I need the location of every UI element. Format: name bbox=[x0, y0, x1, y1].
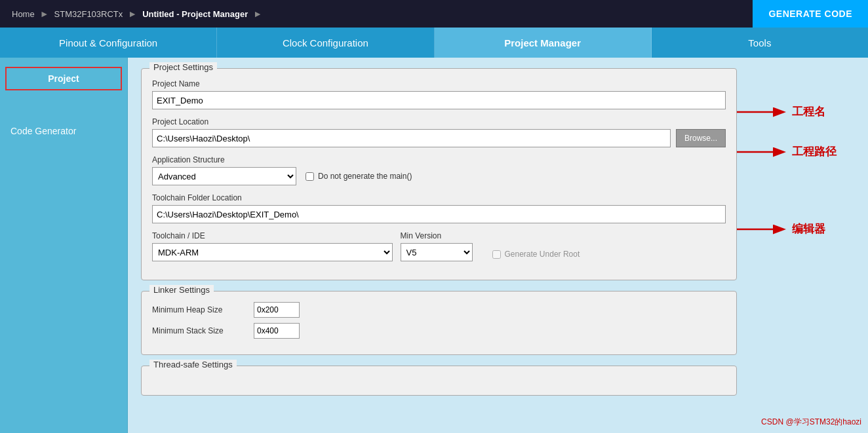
heap-size-row: Minimum Heap Size bbox=[152, 302, 726, 318]
project-location-input[interactable] bbox=[152, 129, 671, 147]
app-structure-group: Application Structure Advanced Basic Do … bbox=[152, 155, 726, 185]
annotation-toolchain: 编辑器 bbox=[737, 221, 855, 236]
toolchain-ide-col: Toolchain / IDE MDK-ARM EWARM bbox=[152, 231, 393, 261]
nav-chevron-3: ► bbox=[253, 9, 262, 19]
nav-home[interactable]: Home bbox=[7, 9, 40, 19]
nav-chevron-1: ► bbox=[40, 9, 49, 19]
toolchain-row: Toolchain / IDE MDK-ARM EWARM Min Versio… bbox=[152, 231, 726, 261]
app-structure-select[interactable]: Advanced Basic bbox=[152, 167, 296, 185]
nav-chip[interactable]: STM32F103RCTx bbox=[49, 9, 128, 19]
project-location-row: Browse... bbox=[152, 129, 726, 147]
generate-under-root-text: Generate Under Root bbox=[505, 250, 580, 259]
linker-settings-panel: Linker Settings Minimum Heap Size Minimu… bbox=[141, 291, 737, 355]
content-area: Project Settings Project Name Project Lo… bbox=[128, 58, 868, 433]
thread-safe-panel: Thread-safe Settings bbox=[141, 366, 737, 396]
tab-bar: Pinout & Configuration Clock Configurati… bbox=[0, 28, 868, 58]
generate-under-root-label[interactable]: Generate Under Root bbox=[492, 250, 726, 259]
annotation-toolchain-text: 编辑器 bbox=[792, 221, 825, 236]
generate-code-button[interactable]: GENERATE CODE bbox=[753, 0, 868, 28]
generate-under-root-checkbox[interactable] bbox=[492, 250, 501, 259]
main-layout: Project Code Generator Project Settings … bbox=[0, 58, 868, 433]
tab-project-manager[interactable]: Project Manager bbox=[435, 28, 652, 58]
app-structure-wrapper: Advanced Basic Do not generate the main(… bbox=[152, 167, 726, 185]
top-nav: Home ► STM32F103RCTx ► Untitled - Projec… bbox=[0, 0, 868, 28]
tab-clock[interactable]: Clock Configuration bbox=[217, 28, 434, 58]
annotation-project-path-text: 工程路径 bbox=[792, 144, 837, 159]
toolchain-folder-label: Toolchain Folder Location bbox=[152, 193, 726, 202]
annotation-project-path: 工程路径 bbox=[737, 144, 855, 159]
linker-settings-title: Linker Settings bbox=[149, 285, 214, 295]
content-wrapper: Project Settings Project Name Project Lo… bbox=[141, 68, 855, 396]
stack-size-input[interactable] bbox=[254, 323, 300, 339]
min-version-select[interactable]: V5 V4 bbox=[401, 243, 473, 261]
toolchain-folder-group: Toolchain Folder Location bbox=[152, 193, 726, 223]
do-not-generate-checkbox[interactable] bbox=[306, 172, 314, 181]
toolchain-folder-input[interactable] bbox=[152, 205, 726, 223]
min-version-col: Min Version V5 V4 bbox=[401, 231, 473, 261]
toolchain-ide-select[interactable]: MDK-ARM EWARM bbox=[152, 243, 393, 261]
do-not-generate-text: Do not generate the main() bbox=[318, 172, 412, 181]
min-version-label: Min Version bbox=[401, 231, 473, 240]
tab-pinout[interactable]: Pinout & Configuration bbox=[0, 28, 217, 58]
stack-size-row: Minimum Stack Size bbox=[152, 323, 726, 339]
project-name-input[interactable] bbox=[152, 91, 726, 109]
right-annotations: 工程名 工程路径 bbox=[737, 68, 855, 236]
sidebar-item-code-generator[interactable]: Code Generator bbox=[0, 119, 127, 143]
project-settings-title: Project Settings bbox=[149, 62, 217, 72]
project-settings-panel: Project Settings Project Name Project Lo… bbox=[141, 68, 737, 280]
toolchain-ide-group: Toolchain / IDE MDK-ARM EWARM Min Versio… bbox=[152, 231, 726, 261]
tab-tools[interactable]: Tools bbox=[652, 28, 868, 58]
stack-size-label: Minimum Stack Size bbox=[152, 326, 247, 335]
arrow-project-path-icon bbox=[737, 147, 789, 157]
main-content-block: Project Settings Project Name Project Lo… bbox=[141, 68, 737, 396]
annotation-project-name: 工程名 bbox=[737, 104, 855, 119]
browse-button[interactable]: Browse... bbox=[676, 129, 726, 147]
arrow-project-name-icon bbox=[737, 107, 789, 117]
nav-chevron-2: ► bbox=[128, 9, 137, 19]
sidebar-item-project[interactable]: Project bbox=[5, 67, 122, 90]
do-not-generate-label[interactable]: Do not generate the main() bbox=[306, 172, 412, 181]
app-structure-label: Application Structure bbox=[152, 155, 726, 164]
toolchain-ide-label: Toolchain / IDE bbox=[152, 231, 393, 240]
watermark: CSDN @学习STM32的haozi bbox=[761, 417, 861, 428]
project-location-label: Project Location bbox=[152, 117, 726, 126]
nav-project[interactable]: Untitled - Project Manager bbox=[137, 9, 253, 19]
project-name-group: Project Name bbox=[152, 79, 726, 109]
heap-size-input[interactable] bbox=[254, 302, 300, 318]
breadcrumb: Home ► STM32F103RCTx ► Untitled - Projec… bbox=[7, 9, 753, 19]
sidebar: Project Code Generator bbox=[0, 58, 128, 433]
arrow-toolchain-icon bbox=[737, 224, 789, 235]
project-location-group: Project Location Browse... bbox=[152, 117, 726, 147]
heap-size-label: Minimum Heap Size bbox=[152, 305, 247, 314]
thread-safe-title: Thread-safe Settings bbox=[149, 360, 237, 369]
project-name-label: Project Name bbox=[152, 79, 726, 88]
annotation-project-name-text: 工程名 bbox=[792, 104, 825, 119]
